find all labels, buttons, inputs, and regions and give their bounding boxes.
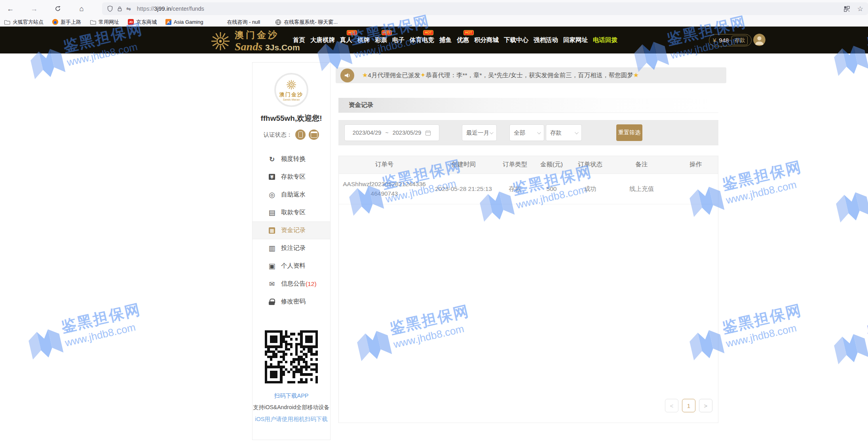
sidebar-item-deposit[interactable]: 存款专区 bbox=[253, 168, 330, 186]
next-page-button[interactable]: > bbox=[699, 399, 712, 412]
logo-script: Sands bbox=[235, 40, 262, 53]
category-select[interactable]: 全部 bbox=[509, 124, 544, 141]
sidebar-item-rebate[interactable]: 自助返水 bbox=[253, 186, 330, 204]
nav-item-events[interactable]: 强档活动 bbox=[534, 36, 558, 44]
nav-item-home[interactable]: 首页 bbox=[293, 36, 305, 44]
page-title: 资金记录 bbox=[338, 98, 718, 113]
pagination: < 1 > bbox=[665, 399, 712, 412]
nav-item-points-mall[interactable]: 积分商城 bbox=[474, 36, 499, 44]
watermark-brand: 鉴黑担保网 bbox=[865, 304, 868, 342]
page-1-button[interactable]: 1 bbox=[682, 399, 695, 412]
sidebar-item-profile[interactable]: 个人资料 bbox=[253, 257, 330, 275]
jhdb8-logo-icon bbox=[832, 187, 868, 226]
lock-icon[interactable] bbox=[117, 6, 123, 12]
back-icon[interactable]: ← bbox=[4, 2, 17, 15]
reload-icon[interactable] bbox=[51, 2, 64, 15]
download-support-text: 支持iOS&Android全部移动设备 bbox=[253, 404, 330, 411]
nav-item-slots[interactable]: 电子 bbox=[392, 36, 405, 44]
sidebar-item-transfer[interactable]: 额度转换 bbox=[253, 150, 330, 168]
bookmarks-bar: 火狐官方站点 新手上路 常用网址 京东商城 Asia Gaming 在线咨询 -… bbox=[0, 17, 868, 27]
bookmark-star-icon[interactable]: ☆ bbox=[857, 5, 863, 13]
verify-label: 认证状态： bbox=[264, 131, 292, 139]
jhdb8-logo-icon bbox=[830, 329, 868, 368]
nav-item-chess[interactable]: 棋牌 bbox=[357, 36, 370, 44]
watermark-brand: 鉴黑担保网 bbox=[720, 157, 804, 195]
deposit-icon bbox=[268, 173, 276, 181]
nav-item-lottery[interactable]: 彩票HOT bbox=[375, 36, 387, 44]
balance-amount: 948 bbox=[719, 37, 729, 44]
user-avatar[interactable] bbox=[753, 34, 765, 46]
sidebar-item-password[interactable]: 修改密码 bbox=[253, 293, 330, 311]
speaker-icon[interactable] bbox=[340, 69, 354, 82]
qr-extension-icon[interactable] bbox=[844, 6, 850, 12]
permissions-icon[interactable]: ⇋ bbox=[126, 6, 131, 12]
cell-created-at: 2023-05-28 21:25:13 bbox=[430, 173, 497, 204]
site-header: 澳门金沙 Sands 3Js.Com 首页 大唐棋牌 真人HOT 棋牌 彩票HO… bbox=[0, 27, 868, 53]
sidebar-logo-cn: 澳门金沙 bbox=[279, 91, 303, 98]
nav-item-datang[interactable]: 大唐棋牌 bbox=[310, 36, 335, 44]
sidebar-item-funds[interactable]: 资金记录 bbox=[253, 221, 330, 239]
watermark-brand: 鉴黑担保网 bbox=[867, 162, 868, 200]
watermark-brand: 鉴黑担保网 bbox=[59, 299, 143, 337]
bookmark-item[interactable]: 火狐官方站点 bbox=[4, 19, 44, 26]
table-header-row: 订单号 创建时间 订单类型 金额(元) 订单状态 备注 操作 bbox=[339, 156, 718, 173]
app-qr-code bbox=[265, 330, 318, 383]
site-logo[interactable]: 澳门金沙 Sands 3Js.Com bbox=[210, 29, 300, 53]
shield-icon[interactable] bbox=[107, 6, 113, 12]
funds-table: 订单号 创建时间 订单类型 金额(元) 订单状态 备注 操作 AAShhwzf2… bbox=[339, 156, 718, 204]
col-order-type: 订单类型 bbox=[497, 156, 533, 173]
col-action: 操作 bbox=[673, 156, 718, 173]
ios-download-link[interactable]: iOS用户请使用相机扫码下载 bbox=[253, 415, 330, 423]
sidebar-item-notice[interactable]: 信息公告(12) bbox=[253, 275, 330, 293]
phone-verify-icon[interactable] bbox=[295, 130, 306, 140]
browser-toolbar: ← → ⌂ ⇋ https://3j99.in/center/funds ☆ bbox=[0, 0, 868, 17]
nav-item-callback[interactable]: 电话回拨 bbox=[593, 36, 617, 44]
sidebar-item-withdraw[interactable]: 取款专区 bbox=[253, 204, 330, 221]
forward-icon[interactable]: → bbox=[28, 2, 40, 15]
sidebar-item-bets[interactable]: 投注记录 bbox=[253, 239, 330, 257]
scan-download-link[interactable]: 扫码下载APP bbox=[253, 392, 330, 400]
bookmark-item[interactable]: 常用网址 bbox=[90, 19, 119, 26]
watermark-site: www.jhdb8.com bbox=[725, 320, 807, 350]
deposit-button[interactable]: 存款 bbox=[731, 36, 748, 45]
cell-order-type: 存款 bbox=[497, 173, 533, 204]
nav-item-fishing[interactable]: 捕鱼 bbox=[439, 36, 452, 44]
password-icon bbox=[268, 298, 276, 306]
funds-table-card: 订单号 创建时间 订单类型 金额(元) 订单状态 备注 操作 AAShhwzf2… bbox=[338, 156, 718, 423]
jd-icon bbox=[128, 19, 134, 25]
watermark: 鉴黑担保网 www.jhdb8.com bbox=[828, 304, 868, 368]
balance-pill[interactable]: ¥ 948 存款 bbox=[709, 34, 752, 46]
date-range-input[interactable]: 2023/04/29 ~ 2023/05/29 bbox=[344, 124, 439, 141]
sun-logo-icon bbox=[210, 30, 231, 52]
col-status: 订单状态 bbox=[570, 156, 610, 173]
nav-item-download[interactable]: 下载中心 bbox=[504, 36, 528, 44]
bookmark-item[interactable]: 新手上路 bbox=[52, 19, 81, 26]
nav-item-sports[interactable]: 体育电竞HOT bbox=[410, 36, 434, 44]
nav-item-live[interactable]: 真人HOT bbox=[340, 36, 352, 44]
globe-icon bbox=[275, 19, 281, 25]
bookmark-item[interactable]: 在线咨询 - null bbox=[227, 19, 260, 26]
nav-item-promo[interactable]: 优惠HOT bbox=[457, 36, 469, 44]
chevron-down-icon bbox=[575, 130, 579, 134]
screen: ← → ⌂ ⇋ https://3j99.in/center/funds ☆ 火… bbox=[0, 0, 868, 444]
bookmark-item[interactable]: 京东商城 bbox=[128, 19, 157, 26]
bets-icon bbox=[268, 244, 276, 252]
cell-action bbox=[673, 173, 718, 204]
announcement-bar: ★4月代理佣金已派发✦恭喜代理：李**，章*，吴*先生/女士，获实发佣金前三，百… bbox=[336, 67, 726, 83]
reset-filter-button[interactable]: 重置筛选 bbox=[616, 124, 642, 141]
prev-page-button[interactable]: < bbox=[665, 399, 678, 412]
sidebar: 澳门金沙 Sands Macao ffhw55wh,欢迎您! 认证状态： 额度转… bbox=[252, 62, 330, 440]
bookmark-item[interactable]: 在线客服系统- 聊天窗... bbox=[275, 19, 338, 26]
hot-badge: HOT bbox=[382, 30, 392, 36]
main-nav: 首页 大唐棋牌 真人HOT 棋牌 彩票HOT 电子 体育电竞HOT 捕鱼 优惠H… bbox=[293, 27, 617, 53]
period-select[interactable]: 最近一月 bbox=[462, 124, 497, 141]
bookmark-item[interactable]: Asia Gaming bbox=[165, 19, 203, 25]
card-verify-icon[interactable] bbox=[309, 130, 319, 140]
cell-order-no: AAShhwzf202305282124433646490743 bbox=[339, 173, 430, 204]
home-icon[interactable]: ⌂ bbox=[75, 2, 88, 15]
type-select[interactable]: 存款 bbox=[546, 124, 582, 141]
nav-item-home-url[interactable]: 回家网址 bbox=[563, 36, 588, 44]
url-bar[interactable]: ⇋ https://3j99.in/center/funds ☆ bbox=[102, 2, 868, 15]
watermark: 鉴黑担保网 www.jhdb8.com bbox=[830, 162, 868, 226]
cell-status: 成功 bbox=[570, 173, 610, 204]
